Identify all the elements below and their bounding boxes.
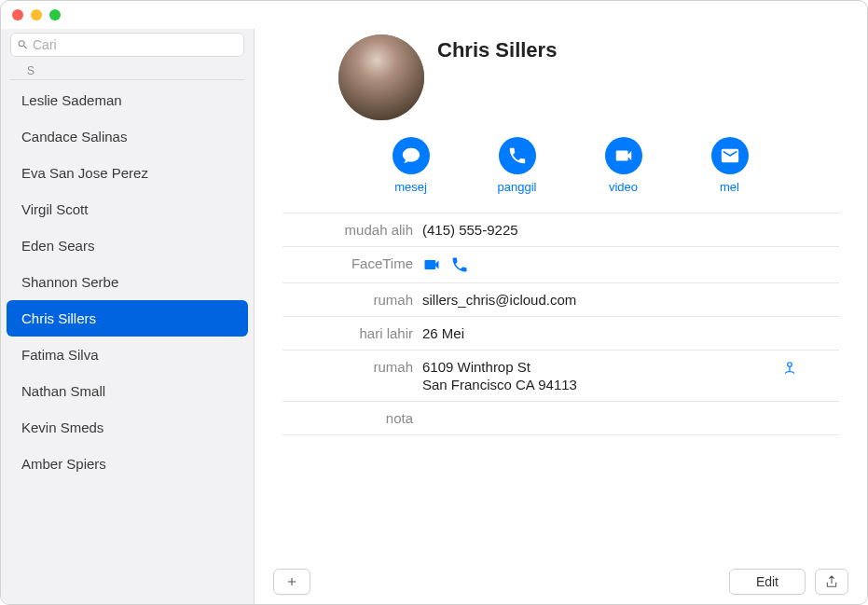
message-icon (393, 137, 430, 174)
field-label: hari lahir (282, 325, 422, 341)
address-line2: San Francisco CA 94113 (422, 377, 577, 392)
field-mobile[interactable]: mudah alih (415) 555-9225 (282, 213, 839, 246)
close-window-button[interactable] (12, 9, 23, 21)
minimize-window-button[interactable] (31, 9, 42, 21)
field-notes[interactable]: nota (282, 401, 839, 435)
field-label: nota (282, 410, 422, 426)
list-item[interactable]: Eva San Jose Perez (1, 155, 254, 191)
field-value: (415) 555-9225 (422, 222, 839, 238)
contact-name: Chris Sillers (437, 38, 557, 62)
message-button[interactable]: mesej (385, 137, 437, 194)
field-label: mudah alih (282, 222, 422, 238)
contact-detail: Chris Sillers mesej panggil video (255, 29, 867, 604)
share-button[interactable] (815, 569, 848, 595)
contact-list: Leslie SademanCandace SalinasEva San Jos… (1, 80, 254, 604)
sidebar: S Leslie SademanCandace SalinasEva San J… (1, 29, 255, 604)
list-item[interactable]: Nathan Small (1, 373, 254, 409)
field-home-email[interactable]: rumah sillers_chris@icloud.com (282, 282, 839, 316)
footer: Edit (255, 569, 867, 595)
field-label: rumah (282, 292, 422, 308)
list-item[interactable]: Eden Sears (1, 227, 254, 264)
search-input[interactable] (33, 37, 238, 52)
maximize-window-button[interactable] (49, 9, 61, 21)
field-birthday[interactable]: hari lahir 26 Mei (282, 316, 839, 350)
video-label: video (609, 180, 638, 194)
phone-icon (499, 137, 536, 174)
list-item[interactable]: Chris Sillers (7, 300, 248, 337)
section-header: S (10, 64, 244, 80)
facetime-video-icon[interactable] (422, 255, 441, 274)
field-home-address[interactable]: rumah 6109 Winthrop St San Francisco CA … (282, 350, 839, 401)
search-field[interactable] (10, 33, 244, 57)
call-label: panggil (498, 180, 537, 194)
fields: mudah alih (415) 555-9225 FaceTime rumah… (282, 213, 839, 435)
address-line1: 6109 Winthrop St (422, 359, 530, 375)
field-value: sillers_chris@icloud.com (422, 292, 839, 308)
field-label: FaceTime (282, 255, 422, 271)
map-pin-icon[interactable] (781, 359, 798, 379)
facetime-audio-icon[interactable] (450, 255, 469, 274)
list-item[interactable]: Amber Spiers (1, 446, 254, 482)
list-item[interactable]: Fatima Silva (1, 337, 254, 373)
video-icon (605, 137, 642, 174)
search-icon (17, 38, 29, 51)
list-item[interactable]: Candace Salinas (1, 118, 254, 155)
add-button[interactable] (273, 569, 310, 595)
mail-icon (711, 137, 749, 174)
svg-point-0 (788, 363, 792, 367)
field-label: rumah (282, 359, 422, 375)
field-value: 26 Mei (422, 325, 839, 341)
avatar[interactable] (338, 34, 424, 120)
list-item[interactable]: Leslie Sademan (1, 82, 254, 118)
message-label: mesej (394, 180, 427, 194)
edit-button[interactable]: Edit (729, 569, 806, 595)
video-button[interactable]: video (598, 137, 650, 194)
mail-button[interactable]: mel (704, 137, 756, 194)
field-facetime[interactable]: FaceTime (282, 246, 839, 282)
window-titlebar (1, 1, 867, 29)
action-bar: mesej panggil video mel (255, 137, 867, 194)
field-value: 6109 Winthrop St San Francisco CA 94113 (422, 359, 839, 392)
call-button[interactable]: panggil (491, 137, 544, 194)
field-value (422, 255, 839, 274)
list-item[interactable]: Shannon Serbe (1, 264, 254, 300)
mail-label: mel (720, 180, 739, 194)
list-item[interactable]: Virgil Scott (1, 191, 254, 227)
list-item[interactable]: Kevin Smeds (1, 409, 254, 446)
